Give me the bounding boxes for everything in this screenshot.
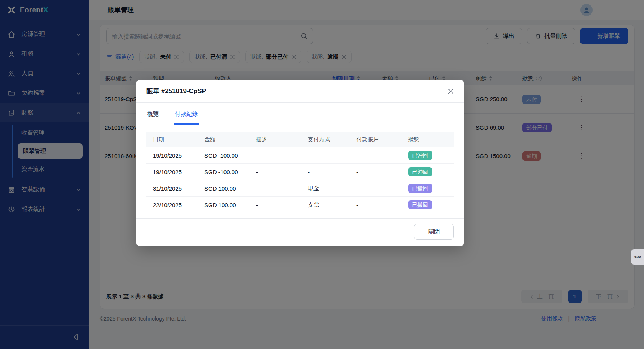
payment-date: 19/10/2025	[153, 169, 204, 175]
column-label: 支付方式	[308, 136, 356, 143]
payment-method: -	[308, 169, 356, 175]
floating-widget[interactable]: >×<	[631, 249, 644, 265]
column-label: 日期	[153, 136, 204, 143]
invoice-detail-modal: 賬單 #251019-CpSP 概覽 付款紀錄 日期 金額 描述 支付方式 付款…	[136, 80, 464, 246]
payment-row: 31/10/2025 SGD 100.00 - 現金 - 已撤回	[146, 180, 454, 197]
payments-table-header: 日期 金額 描述 支付方式 付款賬戶 狀態	[146, 132, 454, 147]
payment-desc: -	[256, 202, 308, 208]
payment-desc: -	[256, 185, 308, 192]
payment-status-badge: 已沖回	[408, 151, 432, 160]
payment-amount: SGD 100.00	[204, 185, 256, 192]
modal-title: 賬單 #251019-CpSP	[146, 87, 206, 95]
payment-status-badge: 已撤回	[408, 200, 432, 209]
payment-date: 19/10/2025	[153, 152, 204, 159]
payment-account: -	[356, 152, 408, 159]
payment-method: -	[308, 152, 356, 159]
modal-header: 賬單 #251019-CpSP	[136, 80, 464, 103]
payment-amount: SGD -100.00	[204, 152, 256, 159]
column-label: 描述	[256, 136, 308, 143]
payment-row: 19/10/2025 SGD -100.00 - - - 已沖回	[146, 147, 454, 164]
floating-widget-glyph: >×<	[634, 255, 641, 259]
column-label: 狀態	[408, 136, 454, 143]
modal-tabs: 概覽 付款紀錄	[136, 103, 464, 125]
app-root: ForentX 房源管理 租務	[0, 0, 644, 349]
payment-date: 31/10/2025	[153, 185, 204, 192]
payment-row: 19/10/2025 SGD -100.00 - - - 已沖回	[146, 164, 454, 180]
payment-desc: -	[256, 169, 308, 175]
payment-row: 22/10/2025 SGD 100.00 - 支票 - 已撤回	[146, 197, 454, 213]
close-button[interactable]: 關閉	[414, 224, 454, 240]
tab-payment-records[interactable]: 付款紀錄	[174, 103, 199, 125]
payment-status-badge: 已沖回	[408, 167, 432, 176]
column-label: 金額	[204, 136, 256, 143]
payment-account: -	[356, 185, 408, 192]
payment-method: 現金	[308, 185, 356, 192]
payment-amount: SGD 100.00	[204, 202, 256, 208]
payment-status-badge: 已撤回	[408, 184, 432, 193]
payment-account: -	[356, 202, 408, 208]
payment-method: 支票	[308, 201, 356, 209]
tab-overview[interactable]: 概覽	[146, 103, 159, 125]
payment-account: -	[356, 169, 408, 175]
modal-footer: 關閉	[136, 218, 464, 246]
close-icon[interactable]	[447, 87, 455, 95]
column-label: 付款賬戶	[356, 136, 408, 143]
payments-table: 日期 金額 描述 支付方式 付款賬戶 狀態 19/10/2025 SGD -10…	[146, 132, 454, 213]
payment-date: 22/10/2025	[153, 202, 204, 208]
payment-desc: -	[256, 152, 308, 159]
payment-amount: SGD -100.00	[204, 169, 256, 175]
